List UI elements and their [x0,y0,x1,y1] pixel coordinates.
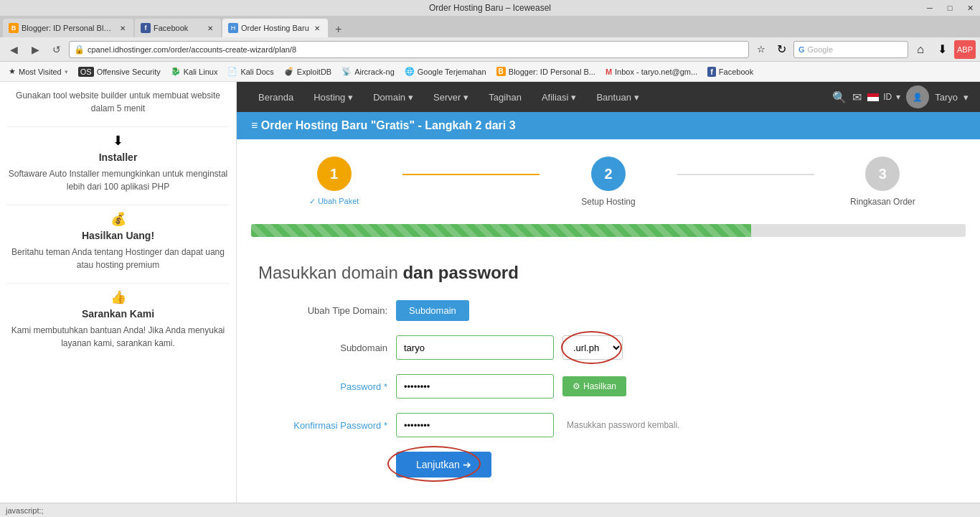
bookmark-google-translate[interactable]: 🌐 Google Terjemahan [400,64,491,80]
tab-order[interactable]: H Order Hosting Baru ✕ [222,19,328,37]
nav-bantuan[interactable]: Bantuan ▾ [586,82,649,112]
main-layout: Gunakan tool website builder untuk membu… [0,82,980,517]
password-input[interactable] [396,374,554,399]
confirm-password-input[interactable] [396,413,554,437]
home-button[interactable]: ⌂ [911,40,930,59]
bookmark-facebook[interactable]: f Facebook [703,64,758,80]
nav-tagihan[interactable]: Tagihan [479,82,532,112]
blogger-bookmark-icon: B [496,67,506,76]
tab-blogger[interactable]: B Blogger: ID Personal Blogs – All ... ✕ [3,19,133,37]
facebook-bookmark-label: Facebook [719,67,753,76]
domain-type-label: Ubah Tipe Domain: [258,305,387,316]
address-bar[interactable]: 🔒 cpanel.idhostinger.com/order/accounts-… [69,41,749,58]
steps-wizard: 1 ✓ Ubah Paket 2 Setup Hosting [237,139,980,218]
exploitdb-label: ExploitDB [297,67,331,76]
bookmark-star-button[interactable]: ☆ [752,40,771,59]
nav-afiliasi[interactable]: Afiliasi ▾ [532,82,587,112]
confirm-password-hint: Masukkan password kembali. [567,420,679,430]
inbox-label: Inbox - taryo.net@gm... [615,67,697,76]
nav-server[interactable]: Server ▾ [423,82,479,112]
earn-text: Beritahu teman Anda tentang Hostinger da… [7,246,229,271]
tab-facebook-close[interactable]: ✕ [205,23,215,33]
search-bar[interactable]: G Google [793,41,908,58]
tab-facebook[interactable]: f Facebook ✕ [135,19,221,37]
subdomain-type-button[interactable]: Subdomain [396,300,469,321]
step-2-label: Setup Hosting [581,197,635,207]
nav-right-icons: ☆ ↻ [752,40,791,59]
kali-docs-icon: 📄 [227,67,237,76]
site-nav-right: 🔍 ✉ ID ▾ 👤 Taryo ▾ [832,85,969,108]
page-content: ≡ Order Hosting Baru "Gratis" - Langkah … [237,112,980,506]
new-tab-button[interactable]: + [329,22,348,37]
search-icon-button[interactable]: 🔍 [832,90,847,104]
close-button[interactable]: ✕ [960,0,980,16]
user-area[interactable]: ID ▾ [867,92,900,102]
url-text: cpanel.idhostinger.com/order/accounts-cr… [88,45,296,54]
search-placeholder: Google [808,45,833,54]
step-3: 3 Ringkasan Order [814,157,951,207]
page-header: ≡ Order Hosting Baru "Gratis" - Langkah … [237,112,980,139]
step-2-circle: 2 [591,157,626,191]
bookmark-most-visited[interactable]: ★ Most Visited ▾ [4,64,72,80]
user-avatar: 👤 [906,85,929,108]
step-1-check: ✓ Ubah Paket [309,197,359,206]
mail-icon-button[interactable]: ✉ [852,90,862,104]
download-button[interactable]: ⬇ [933,40,951,59]
maximize-button[interactable]: □ [940,0,960,16]
tab-blogger-close[interactable]: ✕ [118,23,128,33]
form-title: Masukkan domain dan password [258,263,958,283]
nav-hosting[interactable]: Hosting ▾ [303,82,363,112]
navigation-bar: ◀ ▶ ↺ 🔒 cpanel.idhostinger.com/order/acc… [0,37,980,62]
confirm-password-row: Konfirmasi Password * Masukkan password … [258,413,958,437]
earn-icon: 💰 [7,211,229,227]
nav-beranda[interactable]: Beranda [248,82,303,112]
progress-bar [251,224,966,237]
aircrack-label: Aircrack-ng [354,67,395,76]
adblock-icon[interactable]: ABP [954,40,976,59]
nav-domain[interactable]: Domain ▾ [363,82,423,112]
refer-title: Sarankan Kami [7,308,229,320]
subdomain-input[interactable] [396,335,554,360]
sidebar-refer-section: 👍 Sarankan Kami Kami membutuhkan bantuan… [7,289,229,350]
gear-icon: ⚙ [573,381,580,391]
confirm-password-label: Konfirmasi Password * [258,420,387,431]
minimize-button[interactable]: ─ [920,0,940,16]
next-button[interactable]: Lanjutkan ➔ [396,452,491,478]
bookmark-kali-docs[interactable]: 📄 Kali Docs [223,64,278,80]
bookmark-aircrack[interactable]: 📡 Aircrack-ng [337,64,399,80]
google-translate-icon: 🌐 [405,67,415,76]
tab-facebook-label: Facebook [154,24,188,32]
bantuan-dropdown-icon: ▾ [634,92,639,103]
reload-button[interactable]: ↺ [47,40,66,59]
domain-extension-select[interactable]: .url.ph .my.id .web.id [562,335,623,360]
window-controls[interactable]: ─ □ ✕ [920,0,980,16]
bookmark-kali-linux[interactable]: 🐉 Kali Linux [166,64,222,80]
afiliasi-dropdown-icon: ▾ [571,92,576,103]
google-translate-label: Google Terjemahan [418,67,486,76]
sidebar-builder-section: Gunakan tool website builder untuk membu… [7,89,229,115]
step-1: 1 ✓ Ubah Paket [265,157,402,206]
lang-label: ID [883,92,892,102]
progress-section [237,218,980,248]
most-visited-label: Most Visited [19,67,62,76]
kali-label: Kali Linux [184,67,218,76]
bookmark-offensive-security[interactable]: OS Offensive Security [74,64,165,80]
offensive-security-icon: OS [78,67,94,77]
subdomain-row: Subdomain .url.ph .my.id .web.id [258,335,958,360]
bookmark-exploitdb[interactable]: 💣 ExploitDB [280,64,336,80]
tab-bar: B Blogger: ID Personal Blogs – All ... ✕… [0,16,980,37]
bookmark-inbox[interactable]: M Inbox - taryo.net@gm... [601,64,702,80]
server-dropdown-icon: ▾ [463,92,468,103]
forward-button[interactable]: ▶ [26,40,44,59]
back-button[interactable]: ◀ [4,40,23,59]
bookmark-blogger[interactable]: B Blogger: ID Personal B... [492,64,600,80]
installer-text: Softaware Auto Installer memungkinkan un… [7,167,229,193]
facebook-favicon: f [141,23,151,33]
offensive-security-label: Offensive Security [97,67,161,76]
generate-password-button[interactable]: ⚙ Hasilkan [562,376,626,396]
hosting-dropdown-icon: ▾ [348,92,353,103]
installer-icon: ⬇ [7,133,229,149]
page-header-text: ≡ Order Hosting Baru "Gratis" - Langkah … [251,119,516,132]
tab-order-close[interactable]: ✕ [312,23,322,33]
refresh-icon-button[interactable]: ↻ [772,40,791,59]
